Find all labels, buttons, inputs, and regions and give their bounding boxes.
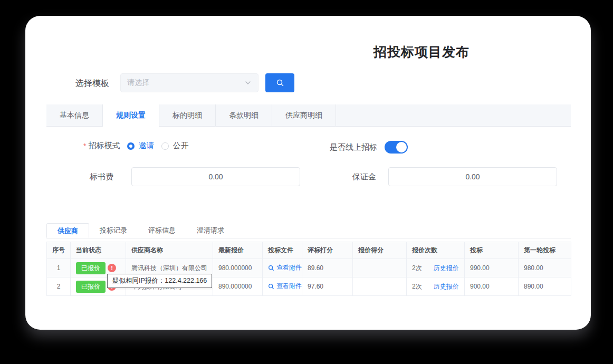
- form-row-bid-mode: * 招标模式 邀请 公开 是否线上招标: [25, 140, 591, 152]
- row-quote-count-cell: 2次历史报价: [407, 277, 465, 296]
- required-asterisk: *: [83, 142, 86, 150]
- row-eval-score: 97.60: [302, 277, 353, 296]
- status-badge: 已报价: [76, 262, 106, 274]
- radio-public-label: 公开: [173, 141, 188, 151]
- table-header-row: 序号 当前状态 供应商名称 最新报价 投标文件 评标打分 报价得分 报价次数 投…: [47, 242, 571, 259]
- magnifier-icon: [268, 265, 274, 271]
- row-quote-score: [353, 259, 407, 277]
- chevron-down-icon: [244, 79, 252, 87]
- deposit-label: 保证金: [352, 172, 376, 182]
- form-row-fees: 标书费 保证金: [25, 167, 591, 186]
- toggle-knob: [396, 142, 407, 152]
- row-bid-file-cell: 查看附件: [263, 277, 302, 296]
- row-latest-quote: 890.000000: [213, 277, 263, 296]
- template-select-label: 选择模板: [75, 78, 109, 89]
- col-first-round: 第一轮投标: [519, 242, 571, 259]
- deposit-input[interactable]: [388, 167, 557, 186]
- col-latest-quote: 最新报价: [213, 242, 263, 259]
- row-bid-file-cell: 查看附件: [263, 259, 302, 277]
- tab-eval-info[interactable]: 评标信息: [138, 223, 186, 238]
- tab-rule-settings[interactable]: 规则设置: [103, 104, 159, 127]
- row-latest-quote: 980.000000: [213, 259, 263, 277]
- tab-bid-records[interactable]: 投标记录: [89, 223, 138, 238]
- search-button[interactable]: [265, 73, 294, 92]
- view-attachment-link[interactable]: 查看附件: [268, 282, 302, 291]
- detail-tabs: 供应商 投标记录 评标信息 澄清请求: [46, 223, 571, 238]
- search-icon: [276, 79, 284, 87]
- quote-count: 2次: [412, 264, 422, 272]
- row-bid: 990.00: [465, 259, 519, 277]
- quote-count: 2次: [412, 283, 422, 290]
- online-bidding-field: 是否线上招标: [330, 141, 408, 154]
- tab-supplier-detail[interactable]: 供应商明细: [272, 104, 336, 127]
- tab-basic-info[interactable]: 基本信息: [46, 104, 103, 127]
- radio-selected-icon: [127, 142, 135, 150]
- radio-invite[interactable]: 邀请: [127, 141, 154, 151]
- row-eval-score: 89.60: [302, 259, 353, 277]
- history-quotes-link[interactable]: 历史报价: [434, 264, 459, 272]
- tab-clarification-requests[interactable]: 澄清请求: [186, 223, 235, 238]
- col-status: 当前状态: [71, 242, 126, 259]
- online-bidding-toggle[interactable]: [385, 141, 408, 154]
- bid-mode-label: 招标模式: [88, 141, 120, 151]
- row-bid: 900.00: [465, 277, 519, 296]
- radio-invite-label: 邀请: [138, 141, 154, 151]
- tender-fee-input[interactable]: [131, 167, 300, 186]
- row-quote-score: [353, 277, 407, 296]
- row-index: 2: [47, 277, 71, 296]
- online-bidding-label: 是否线上招标: [330, 142, 377, 152]
- template-select-dropdown[interactable]: 请选择: [120, 73, 258, 92]
- same-ip-tooltip: 疑似相同IP报价：122.4.222.166: [107, 274, 212, 288]
- col-bid: 投标: [465, 242, 519, 259]
- template-select-placeholder: 请选择: [127, 78, 244, 88]
- bid-mode-field: * 招标模式 邀请 公开: [83, 141, 188, 151]
- col-index: 序号: [47, 242, 71, 259]
- page-title: 招投标项目发布: [373, 43, 470, 61]
- view-attachment-link[interactable]: 查看附件: [268, 263, 302, 272]
- col-quote-score: 报价得分: [353, 242, 407, 259]
- main-tabs: 基本信息 规则设置 标的明细 条款明细 供应商明细: [46, 104, 571, 127]
- magnifier-icon: [268, 283, 274, 290]
- tab-terms-detail[interactable]: 条款明细: [216, 104, 272, 127]
- row-index: 1: [47, 259, 71, 277]
- radio-unselected-icon: [161, 142, 169, 150]
- col-supplier: 供应商名称: [126, 242, 213, 259]
- history-quotes-link[interactable]: 历史报价: [434, 283, 459, 290]
- col-quote-count: 报价次数: [407, 242, 465, 259]
- row-quote-count-cell: 2次历史报价: [407, 259, 465, 277]
- tender-fee-field: 标书费: [90, 167, 300, 186]
- main-card: 招投标项目发布 选择模板 请选择 基本信息 规则设置 标的明细 条款明细 供应商…: [25, 16, 591, 330]
- col-bid-file: 投标文件: [263, 242, 302, 259]
- tab-suppliers[interactable]: 供应商: [46, 223, 89, 238]
- tender-fee-label: 标书费: [90, 172, 113, 182]
- radio-public[interactable]: 公开: [161, 141, 188, 151]
- deposit-field: 保证金: [352, 167, 557, 186]
- status-badge: 已报价: [76, 281, 106, 293]
- row-first-round: 890.00: [519, 277, 571, 296]
- col-eval-score: 评标打分: [302, 242, 353, 259]
- row-first-round: 980.00: [519, 259, 571, 277]
- tab-subject-detail[interactable]: 标的明细: [159, 104, 216, 127]
- warning-icon[interactable]: !: [108, 264, 116, 272]
